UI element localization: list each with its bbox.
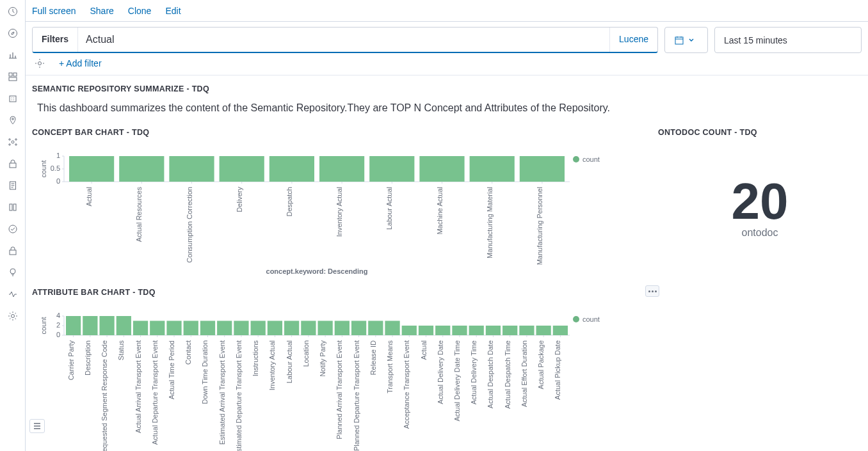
- time-range-button[interactable]: Last 15 minutes: [714, 27, 862, 53]
- svg-text:Actual Departure Transport Eve: Actual Departure Transport Event: [151, 340, 159, 445]
- ontodoc-label: ontodoc: [742, 227, 778, 239]
- svg-rect-31: [69, 156, 114, 182]
- full-screen-link[interactable]: Full screen: [32, 6, 76, 16]
- summary-panel-title: SEMANTIC REPOSITORY SUMMARIZE - TDQ: [32, 84, 862, 93]
- bar-chart-icon[interactable]: [8, 50, 18, 60]
- svg-text:Estimated Arrival Transport Ev: Estimated Arrival Transport Event: [218, 340, 226, 445]
- svg-text:Carrier Party: Carrier Party: [67, 340, 75, 381]
- svg-text:Actual Delivery Date: Actual Delivery Date: [437, 340, 444, 404]
- top-menu: Full screen Share Clone Edit: [26, 0, 868, 22]
- svg-point-7: [12, 141, 14, 143]
- svg-rect-58: [520, 156, 565, 182]
- svg-text:Down Time Duration: Down Time Duration: [201, 340, 209, 404]
- thumb-icon[interactable]: [8, 202, 18, 212]
- svg-text:Actual Delivery Date Time: Actual Delivery Date Time: [453, 340, 461, 422]
- query-syntax-button[interactable]: Lucene: [609, 28, 657, 52]
- share-link[interactable]: Share: [90, 6, 113, 16]
- svg-point-8: [8, 139, 10, 140]
- svg-text:Planned Departure Transport Ev: Planned Departure Transport Event: [353, 340, 360, 451]
- svg-rect-14: [10, 204, 12, 210]
- svg-text:Consumption Correction: Consumption Correction: [186, 187, 193, 263]
- panels-icon[interactable]: [8, 72, 18, 82]
- sub-filter-row: + Add filter: [26, 53, 868, 75]
- svg-text:Actual Despatch Time: Actual Despatch Time: [504, 340, 511, 409]
- svg-rect-154: [519, 326, 534, 335]
- svg-rect-142: [452, 326, 467, 335]
- svg-text:4: 4: [56, 312, 60, 319]
- svg-rect-109: [268, 321, 282, 336]
- svg-rect-118: [318, 321, 333, 336]
- svg-text:Location: Location: [302, 340, 310, 367]
- svg-text:0.5: 0.5: [51, 164, 60, 172]
- svg-rect-46: [319, 156, 364, 182]
- pulse-icon[interactable]: [8, 289, 18, 299]
- svg-rect-85: [133, 321, 148, 336]
- concept-chart-title: CONCEPT BAR CHART - TDQ: [32, 128, 647, 137]
- legend-toggle-button[interactable]: [29, 419, 45, 433]
- svg-rect-157: [536, 326, 551, 335]
- clock-icon[interactable]: [8, 6, 18, 17]
- svg-point-1: [8, 29, 17, 38]
- calendar-icon: [674, 35, 684, 45]
- svg-text:Requested Segment Response Cod: Requested Segment Response Code: [100, 340, 108, 451]
- panel-options-button[interactable]: [645, 285, 659, 297]
- edit-link[interactable]: Edit: [165, 6, 181, 16]
- svg-text:Release ID: Release ID: [369, 340, 377, 375]
- svg-rect-100: [217, 321, 232, 336]
- svg-rect-34: [119, 156, 164, 182]
- cluster-icon[interactable]: [8, 137, 18, 147]
- svg-text:0: 0: [56, 177, 60, 185]
- svg-text:Transport Means: Transport Means: [386, 340, 394, 393]
- svg-rect-94: [184, 321, 198, 336]
- filter-settings-icon[interactable]: [35, 58, 45, 68]
- bulb-icon[interactable]: [8, 267, 18, 278]
- svg-rect-4: [9, 77, 17, 81]
- svg-point-11: [15, 144, 16, 145]
- ontodoc-metric: 20 ontodoc: [658, 143, 862, 271]
- svg-text:Acceptance Transport Event: Acceptance Transport Event: [403, 340, 410, 429]
- building-icon[interactable]: [8, 93, 18, 104]
- svg-rect-5: [10, 96, 16, 102]
- date-picker-button[interactable]: [664, 27, 708, 53]
- svg-rect-97: [200, 321, 215, 336]
- svg-text:Notify Party: Notify Party: [319, 340, 326, 377]
- svg-rect-15: [13, 204, 16, 210]
- svg-text:1: 1: [56, 152, 60, 159]
- clone-link[interactable]: Clone: [128, 6, 152, 16]
- svg-text:Actual Resources: Actual Resources: [135, 187, 143, 242]
- svg-point-6: [12, 118, 13, 120]
- svg-rect-40: [220, 156, 264, 182]
- lock-icon[interactable]: [8, 159, 18, 169]
- svg-text:Actual Pickup Date: Actual Pickup Date: [554, 340, 561, 400]
- heart-icon[interactable]: [8, 224, 18, 234]
- add-filter-button[interactable]: + Add filter: [59, 58, 102, 68]
- chevron-down-icon: [688, 37, 695, 44]
- ontodoc-value: 20: [732, 176, 789, 227]
- svg-text:Inventory Actual: Inventory Actual: [268, 340, 276, 390]
- svg-rect-121: [335, 321, 350, 336]
- svg-rect-151: [502, 326, 517, 335]
- svg-rect-37: [169, 156, 214, 182]
- search-input[interactable]: [78, 28, 609, 52]
- svg-rect-160: [553, 326, 568, 335]
- svg-rect-12: [10, 163, 16, 168]
- compass-icon[interactable]: [8, 28, 18, 38]
- concept-bar-chart: 00.51countActualActual ResourcesConsumpt…: [32, 143, 647, 278]
- gear-icon[interactable]: [8, 311, 18, 321]
- lock2-icon[interactable]: [8, 246, 18, 256]
- svg-rect-136: [419, 326, 433, 335]
- svg-point-16: [9, 225, 17, 233]
- svg-point-10: [8, 144, 10, 145]
- svg-text:count: count: [40, 317, 47, 335]
- svg-rect-79: [99, 316, 114, 335]
- svg-text:Planned Arrival Transport Even: Planned Arrival Transport Event: [335, 340, 343, 439]
- doc-icon[interactable]: [8, 180, 18, 191]
- svg-text:Actual Effort Duration: Actual Effort Duration: [520, 340, 528, 407]
- svg-rect-148: [486, 326, 501, 335]
- svg-text:Estimated Departure Transport : Estimated Departure Transport Event: [235, 340, 243, 451]
- svg-text:Actual: Actual: [85, 187, 93, 207]
- svg-point-163: [573, 316, 579, 322]
- pin-icon[interactable]: [8, 115, 18, 125]
- filters-label: Filters: [33, 28, 78, 52]
- svg-text:Labour Actual: Labour Actual: [385, 187, 393, 230]
